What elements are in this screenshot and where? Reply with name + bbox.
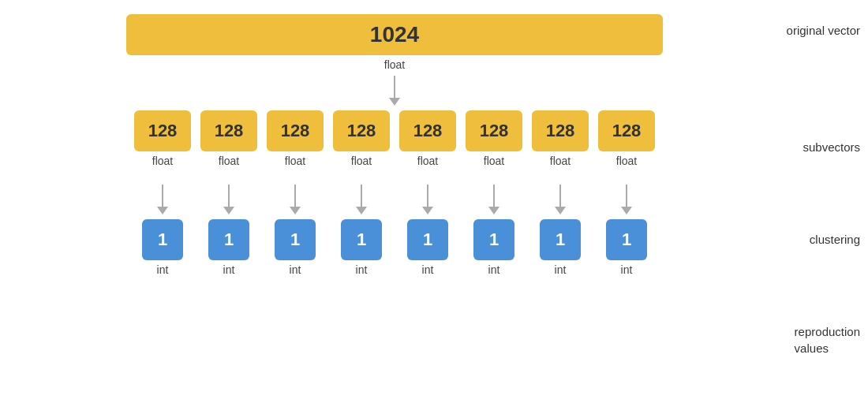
clustering-arrow-line-7 (626, 185, 627, 207)
subvector-box-0: 128 (134, 110, 191, 151)
subvectors-label: subvectors (803, 140, 860, 154)
subvector-box-3: 128 (333, 110, 390, 151)
clustering-arrow-col-3 (333, 180, 390, 219)
repro-box-7: 1 (606, 219, 647, 260)
arrow-head-1 (389, 98, 400, 106)
subvectors-row: 128float128float128float128float128float… (39, 110, 750, 167)
clustering-arrow-head-4 (422, 207, 433, 215)
subvector-type-5: float (484, 155, 504, 167)
clustering-label: clustering (810, 233, 860, 246)
repro-box-3: 1 (341, 219, 382, 260)
clustering-arrow-2 (290, 185, 301, 215)
repro-box-6: 1 (540, 219, 581, 260)
original-vector-type: float (384, 58, 405, 71)
subvector-type-7: float (616, 155, 637, 167)
clustering-arrows-row (39, 180, 750, 219)
repro-box-1: 1 (208, 219, 249, 260)
diagram: 1024 float 128float128float128float128fl… (39, 0, 750, 403)
arrow-original-to-sub (389, 76, 400, 106)
repro-type-6: int (555, 263, 567, 276)
subvector-type-6: float (550, 155, 571, 167)
subvector-col-2: 128float (267, 110, 324, 167)
original-vector-box: 1024 (126, 14, 663, 55)
subvector-col-3: 128float (333, 110, 390, 167)
subvector-col-1: 128float (200, 110, 257, 167)
clustering-arrow-line-1 (228, 185, 230, 207)
repro-box-5: 1 (473, 219, 514, 260)
clustering-arrow-1 (223, 185, 234, 215)
subvector-col-7: 128float (598, 110, 655, 167)
clustering-arrow-col-4 (399, 180, 456, 219)
clustering-arrow-col-0 (134, 180, 191, 219)
subvector-type-2: float (285, 155, 305, 167)
clustering-arrow-col-6 (532, 180, 589, 219)
repro-col-4: 1int (399, 219, 456, 276)
repro-box-4: 1 (407, 219, 448, 260)
clustering-arrow-6 (555, 185, 566, 215)
repro-type-3: int (356, 263, 368, 276)
clustering-arrow-head-2 (290, 207, 301, 215)
repro-type-0: int (157, 263, 169, 276)
clustering-arrow-col-5 (466, 180, 522, 219)
repro-col-3: 1int (333, 219, 390, 276)
subvector-type-0: float (152, 155, 173, 167)
original-vector-label: original vector (787, 24, 860, 37)
clustering-arrow-col-2 (267, 180, 324, 219)
clustering-arrow-line-4 (427, 185, 428, 207)
repro-col-1: 1int (200, 219, 257, 276)
repro-col-2: 1int (267, 219, 324, 276)
clustering-arrow-4 (422, 185, 433, 215)
clustering-arrow-head-7 (621, 207, 632, 215)
subvector-box-2: 128 (267, 110, 324, 151)
clustering-arrow-head-5 (488, 207, 499, 215)
reproduction-label: reproductionvalues (795, 323, 860, 356)
clustering-arrow-head-0 (157, 207, 168, 215)
arrow-line-1 (394, 76, 395, 98)
subvector-type-3: float (351, 155, 372, 167)
clustering-arrow-7 (621, 185, 632, 215)
clustering-arrow-3 (356, 185, 367, 215)
clustering-arrow-head-1 (223, 207, 234, 215)
clustering-arrow-line-0 (162, 185, 163, 207)
subvector-box-1: 128 (200, 110, 257, 151)
clustering-arrow-col-7 (598, 180, 655, 219)
subvector-col-6: 128float (532, 110, 589, 167)
subvector-box-6: 128 (532, 110, 589, 151)
subvector-type-4: float (417, 155, 438, 167)
repro-type-7: int (621, 263, 633, 276)
subvector-col-4: 128float (399, 110, 456, 167)
clustering-arrow-line-2 (294, 185, 296, 207)
clustering-arrow-head-6 (555, 207, 566, 215)
original-vector-row: 1024 (39, 14, 750, 55)
original-vector-section: 1024 float (39, 14, 750, 71)
clustering-arrow-col-1 (200, 180, 257, 219)
repro-box-2: 1 (275, 219, 316, 260)
repro-type-2: int (290, 263, 301, 276)
right-labels: original vector subvectors clustering re… (750, 0, 868, 403)
repro-type-4: int (422, 263, 434, 276)
clustering-arrow-line-6 (559, 185, 561, 207)
repro-section: 1int1int1int1int1int1int1int1int (39, 219, 750, 276)
repro-col-5: 1int (466, 219, 522, 276)
repro-col-7: 1int (598, 219, 655, 276)
subvector-box-7: 128 (598, 110, 655, 151)
subvector-col-5: 128float (466, 110, 522, 167)
clustering-arrow-5 (488, 185, 499, 215)
subvector-box-4: 128 (399, 110, 456, 151)
clustering-arrow-line-3 (361, 185, 362, 207)
clustering-arrow-0 (157, 185, 168, 215)
subvector-col-0: 128float (134, 110, 191, 167)
clustering-arrow-line-5 (493, 185, 495, 207)
subvector-box-5: 128 (466, 110, 522, 151)
repro-box-0: 1 (142, 219, 183, 260)
repro-type-1: int (223, 263, 235, 276)
repro-col-0: 1int (134, 219, 191, 276)
subvector-type-1: float (219, 155, 239, 167)
clustering-arrow-head-3 (356, 207, 367, 215)
repro-type-5: int (488, 263, 500, 276)
repro-col-6: 1int (532, 219, 589, 276)
